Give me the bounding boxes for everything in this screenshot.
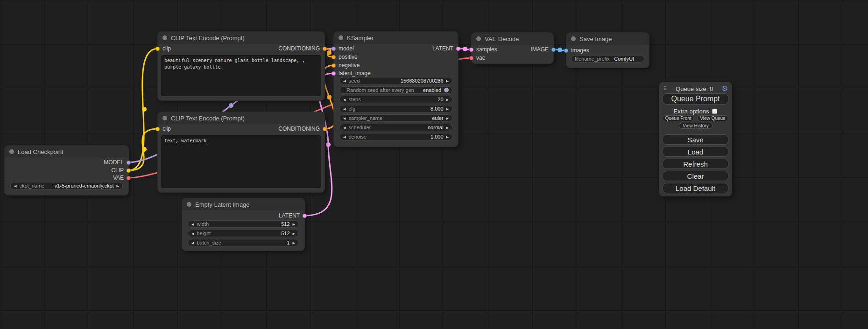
increment-arrow-icon[interactable]: ▶ <box>446 79 449 83</box>
decrement-arrow-icon[interactable]: ◀ <box>191 241 194 245</box>
collapse-dot-icon[interactable] <box>187 202 191 207</box>
latent-port[interactable] <box>332 71 336 76</box>
increment-arrow-icon[interactable]: ▶ <box>293 241 295 245</box>
image-port[interactable] <box>551 48 556 52</box>
node-save-image[interactable]: Save Image images filename_prefix ComfyU… <box>566 33 649 68</box>
widget-steps[interactable]: ◀ steps 20 ▶ <box>339 96 452 103</box>
node-load-checkpoint[interactable]: Load Checkpoint MODEL CLIP VAE ◀ ckpt_na… <box>5 146 128 195</box>
clip-port[interactable] <box>127 168 131 173</box>
widget-height[interactable]: ◀ height 512 ▶ <box>188 230 299 237</box>
node-title-bar[interactable]: CLIP Text Encode (Prompt) <box>158 32 325 44</box>
output-slot-model[interactable]: MODEL <box>104 159 131 166</box>
collapse-dot-icon[interactable] <box>162 116 167 120</box>
output-slot-clip[interactable]: CLIP <box>111 167 131 174</box>
node-clip-text-encode-negative[interactable]: CLIP Text Encode (Prompt) clip CONDITION… <box>158 112 325 192</box>
widget-scheduler[interactable]: ◀ scheduler normal ▶ <box>339 124 452 131</box>
vae-port[interactable] <box>469 56 473 60</box>
output-slot-vae[interactable]: VAE <box>113 175 131 181</box>
clip-port[interactable] <box>155 47 160 51</box>
decrement-arrow-icon[interactable]: ◀ <box>343 98 346 101</box>
refresh-button[interactable]: Refresh <box>663 159 728 169</box>
drag-handle-icon[interactable]: ⠿ <box>663 85 667 92</box>
input-slot-model[interactable]: model <box>332 45 354 52</box>
save-button[interactable]: Save <box>663 134 728 145</box>
node-title-bar[interactable]: Empty Latent Image <box>182 198 304 210</box>
toggle-knob-icon[interactable] <box>444 88 449 92</box>
conditioning-port[interactable] <box>323 127 327 131</box>
clip-port[interactable] <box>155 127 160 131</box>
decrement-arrow-icon[interactable]: ◀ <box>343 117 346 120</box>
node-vae-decode[interactable]: VAE Decode samples vae IMAGE <box>472 33 553 63</box>
input-slot-samples[interactable]: samples <box>469 46 497 53</box>
model-port[interactable] <box>332 47 336 51</box>
view-history-button[interactable]: View History <box>679 123 713 129</box>
increment-arrow-icon[interactable]: ▶ <box>117 184 119 188</box>
conditioning-port[interactable] <box>323 47 327 51</box>
extra-options-checkbox[interactable] <box>712 109 717 114</box>
latent-port[interactable] <box>456 47 460 51</box>
increment-arrow-icon[interactable]: ▶ <box>446 117 449 120</box>
increment-arrow-icon[interactable]: ▶ <box>293 223 295 226</box>
queue-prompt-button[interactable]: Queue Prompt <box>663 93 728 105</box>
widget-ckpt-name[interactable]: ◀ ckpt_name v1-5-pruned-emaonly.ckpt ▶ <box>10 182 123 189</box>
collapse-dot-icon[interactable] <box>9 149 14 154</box>
widget-width[interactable]: ◀ width 512 ▶ <box>188 220 299 228</box>
node-title-bar[interactable]: VAE Decode <box>472 33 553 45</box>
widget-sampler-name[interactable]: ◀ sampler_name euler ▶ <box>339 114 452 122</box>
node-title-bar[interactable]: CLIP Text Encode (Prompt) <box>158 112 325 124</box>
input-slot-clip[interactable]: clip <box>155 45 171 52</box>
widget-denoise[interactable]: ◀ denoise 1.000 ▶ <box>339 133 452 140</box>
decrement-arrow-icon[interactable]: ◀ <box>343 135 346 139</box>
increment-arrow-icon[interactable]: ▶ <box>446 107 449 111</box>
conditioning-port[interactable] <box>332 55 336 59</box>
collapse-dot-icon[interactable] <box>571 36 576 41</box>
decrement-arrow-icon[interactable]: ◀ <box>14 184 16 188</box>
main-menu-panel[interactable]: ⠿ Queue size: 0 ⚙ Queue Prompt Extra opt… <box>659 82 732 196</box>
prompt-textarea[interactable]: beautiful scenery nature glass bottle la… <box>161 55 321 96</box>
output-slot-conditioning[interactable]: CONDITIONING <box>278 45 327 52</box>
input-slot-images[interactable]: images <box>564 47 589 54</box>
widget-random-seed-toggle[interactable]: Random seed after every gen enabled <box>339 86 452 94</box>
latent-port[interactable] <box>469 48 473 52</box>
comfyui-canvas[interactable]: { "colors": { "model": "#B39DDB", "clip"… <box>0 0 868 329</box>
collapse-dot-icon[interactable] <box>162 35 167 40</box>
input-slot-vae[interactable]: vae <box>469 55 485 61</box>
model-port[interactable] <box>127 161 131 165</box>
decrement-arrow-icon[interactable]: ◀ <box>191 223 194 226</box>
queue-front-button[interactable]: Queue Front <box>663 115 694 121</box>
output-slot-image[interactable]: IMAGE <box>530 46 556 53</box>
widget-filename-prefix[interactable]: filename_prefix ComfyUI <box>571 55 644 63</box>
output-slot-latent[interactable]: LATENT <box>432 45 460 52</box>
widget-seed[interactable]: ◀ seed 156680208700286 ▶ <box>339 77 452 84</box>
widget-batch-size[interactable]: ◀ batch_size 1 ▶ <box>188 239 299 246</box>
node-empty-latent-image[interactable]: Empty Latent Image LATENT ◀ width 512 ▶ … <box>182 198 304 251</box>
widget-cfg[interactable]: ◀ cfg 8.000 ▶ <box>339 105 452 112</box>
input-slot-clip[interactable]: clip <box>155 126 171 132</box>
input-slot-latent-image[interactable]: latent_image <box>332 70 371 77</box>
decrement-arrow-icon[interactable]: ◀ <box>191 232 194 235</box>
load-default-button[interactable]: Load Default <box>663 183 728 193</box>
prompt-textarea[interactable]: text, watermark <box>161 135 321 188</box>
load-button[interactable]: Load <box>663 147 728 157</box>
increment-arrow-icon[interactable]: ▶ <box>446 98 449 101</box>
view-queue-button[interactable]: View Queue <box>697 115 728 121</box>
conditioning-port[interactable] <box>332 63 336 68</box>
node-ksampler[interactable]: KSampler model positive negative latent_… <box>334 32 458 147</box>
collapse-dot-icon[interactable] <box>339 35 343 40</box>
output-slot-conditioning[interactable]: CONDITIONING <box>278 126 327 132</box>
decrement-arrow-icon[interactable]: ◀ <box>343 107 346 111</box>
decrement-arrow-icon[interactable]: ◀ <box>343 126 346 129</box>
increment-arrow-icon[interactable]: ▶ <box>293 232 295 235</box>
decrement-arrow-icon[interactable]: ◀ <box>343 79 346 83</box>
node-clip-text-encode-positive[interactable]: CLIP Text Encode (Prompt) clip CONDITION… <box>158 32 325 100</box>
output-slot-latent[interactable]: LATENT <box>279 212 307 219</box>
increment-arrow-icon[interactable]: ▶ <box>446 135 449 139</box>
input-slot-negative[interactable]: negative <box>332 62 360 69</box>
vae-port[interactable] <box>127 176 131 180</box>
clear-button[interactable]: Clear <box>663 171 728 181</box>
node-title-bar[interactable]: Save Image <box>566 33 649 45</box>
image-port[interactable] <box>564 49 568 53</box>
increment-arrow-icon[interactable]: ▶ <box>446 126 449 129</box>
node-title-bar[interactable]: KSampler <box>334 32 458 44</box>
input-slot-positive[interactable]: positive <box>332 54 358 60</box>
